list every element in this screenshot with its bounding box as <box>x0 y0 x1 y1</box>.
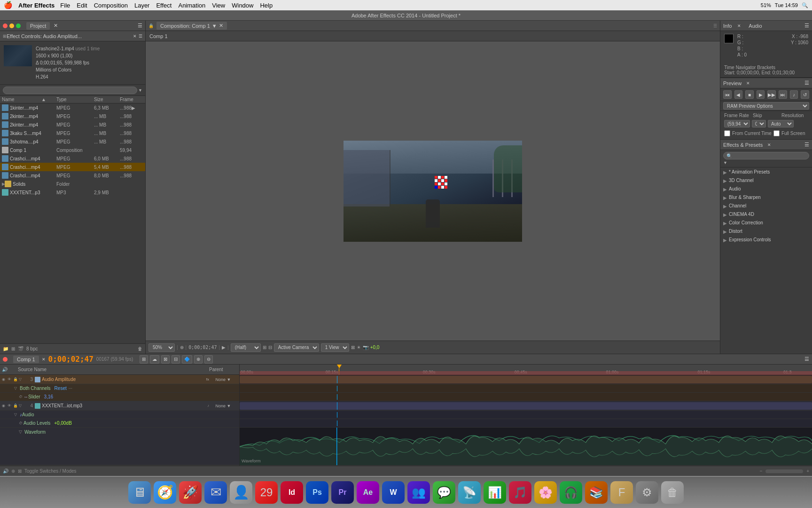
close-button[interactable] <box>3 24 8 28</box>
file-item-1[interactable]: 2kinter....mp4 MPEG ... MB ...988 <box>0 112 145 120</box>
breadcrumb-comp[interactable]: Comp 1 <box>149 33 168 39</box>
panel-menu-icon[interactable]: ☰ <box>138 23 142 29</box>
effects-close[interactable]: ✕ <box>767 143 771 147</box>
toolbar-light-icon[interactable]: ☀ <box>357 345 361 350</box>
project-search-input[interactable] <box>3 87 137 94</box>
effect-category-1[interactable]: ▶ 3D Channel <box>720 176 812 184</box>
toggle-switches-modes[interactable]: Toggle Switches / Modes <box>24 468 77 474</box>
dock-finder[interactable]: 🖥 <box>128 481 151 504</box>
collapse-icon-4[interactable]: ▽ <box>19 404 24 408</box>
menu-animation[interactable]: Animation <box>178 2 205 9</box>
resolution-input[interactable]: Auto Full Half <box>768 120 794 127</box>
reset-button[interactable]: Reset <box>55 386 67 391</box>
dock-books[interactable]: 📚 <box>585 481 608 504</box>
trash-icon[interactable]: 🗑 <box>138 346 142 351</box>
timeline-tool-1[interactable]: ⊞ <box>140 355 148 364</box>
stopwatch-icon[interactable]: ⏱ <box>19 395 23 399</box>
vis-icon-4[interactable]: 👁 <box>8 404 13 408</box>
first-frame-button[interactable]: ⏮ <box>723 90 732 99</box>
preview-menu[interactable]: ☰ <box>804 80 809 86</box>
effect-controls-close[interactable]: ✕ <box>133 34 137 39</box>
footage-icon[interactable]: 🎬 <box>18 346 23 351</box>
dock-mail[interactable]: ✉ <box>204 481 227 504</box>
expand-icon-bc[interactable]: ▽ <box>14 386 20 390</box>
menu-view[interactable]: View <box>212 2 225 9</box>
timeline-tool-4[interactable]: ⊟ <box>172 355 180 364</box>
view-select[interactable]: 1 View <box>321 343 349 352</box>
effect-controls-menu[interactable]: ☰ <box>139 34 142 39</box>
stopwatch-icon-al[interactable]: ⏱ <box>19 421 23 425</box>
effect-category-7[interactable]: ▶ Distort <box>720 227 812 235</box>
dock-airdrop[interactable]: 📡 <box>458 481 481 504</box>
expand-waveform[interactable]: ▽ <box>19 429 24 434</box>
frame-rate-input[interactable]: (59,94) <box>724 120 750 127</box>
info-tab[interactable]: Info <box>723 23 732 29</box>
lock-icon-4[interactable]: 🔒 <box>13 404 19 408</box>
solo-icon-3[interactable]: ◉ <box>2 377 8 381</box>
footer-icon-1[interactable]: 🔊 <box>3 468 8 474</box>
file-item-comp[interactable]: Comp 1 Composition 59,94 <box>0 146 145 154</box>
audio-tab[interactable]: Audio <box>749 23 762 29</box>
file-item-0[interactable]: 1kinter....mp4 MPEG 6,3 MB ...988▶ <box>0 103 145 112</box>
file-item-solids[interactable]: ▶ Solids Folder <box>0 180 145 188</box>
dock-calendar[interactable]: 29 <box>255 481 278 504</box>
comp-panel-menu[interactable]: ☰ <box>713 24 717 28</box>
effect-category-8[interactable]: ▶ Expression Controls <box>720 235 812 244</box>
expand-icon-audio[interactable]: ▽ <box>14 413 20 417</box>
project-tab[interactable]: Project <box>26 22 50 30</box>
effects-search-input[interactable] <box>723 152 809 159</box>
loop-button[interactable]: ↺ <box>801 90 809 99</box>
timeline-tool-3[interactable]: ⊠ <box>161 355 170 364</box>
search-icon[interactable]: 🔍 <box>802 2 808 8</box>
new-folder-icon[interactable]: 📁 <box>3 346 8 351</box>
speaker-icon[interactable]: 🔊 <box>2 367 8 372</box>
dock-teams[interactable]: 👥 <box>407 481 430 504</box>
timeline-tool-6[interactable]: ⊕ <box>194 355 203 364</box>
work-area-bar[interactable] <box>240 371 812 375</box>
apple-menu[interactable]: 🍎 <box>4 1 13 9</box>
effect-category-0[interactable]: ▶ * Animation Presets <box>720 167 812 176</box>
toolbar-cam-icon[interactable]: 📷 <box>363 345 368 350</box>
layer-row-4[interactable]: ◉ 👁 🔒 ▽ 4 XXXTENT...iot.mp3 ♪ None ▼ <box>0 401 239 411</box>
timeline-tool-7[interactable]: ⊖ <box>204 355 213 364</box>
menu-composition[interactable]: Composition <box>94 2 128 9</box>
effect-category-5[interactable]: ▶ CINEMA 4D <box>720 210 812 218</box>
dock-premiere[interactable]: Pr <box>331 481 354 504</box>
dots-icon[interactable]: ··· <box>69 386 72 391</box>
audio-button[interactable]: ♪ <box>790 90 798 99</box>
file-item-6[interactable]: Crashci....mp4 MPEG 5,4 MB ...988 <box>0 163 145 171</box>
layer-row-3[interactable]: ◉ 👁 🔒 ▽ 3 Audio Amplitude fx None ▼ <box>0 375 239 384</box>
next-frame-button[interactable]: ▶▶ <box>767 90 776 99</box>
preview-tab[interactable]: Preview <box>723 80 742 86</box>
stop-button[interactable]: ■ <box>745 90 754 99</box>
effects-menu[interactable]: ☰ <box>804 142 809 148</box>
lock-icon-3[interactable]: 🔒 <box>13 377 19 381</box>
file-item-audio[interactable]: XXXTENT...p3 MP3 2,9 MB <box>0 188 145 197</box>
dock-fontbook[interactable]: F <box>610 481 633 504</box>
timeline-close[interactable] <box>3 357 8 362</box>
dock-trash[interactable]: 🗑 <box>661 481 684 504</box>
comp-tab-close[interactable]: ✕ <box>219 23 223 29</box>
app-name[interactable]: After Effects <box>18 2 55 9</box>
info-panel-menu[interactable]: ☰ <box>804 23 809 29</box>
dock-indesign[interactable]: Id <box>281 481 303 504</box>
effects-search-dropdown[interactable]: ▼ <box>723 160 727 165</box>
magnify-icon[interactable]: ⊕ <box>180 345 184 350</box>
file-item-5[interactable]: Crashci....mp4 MPEG 6,0 MB ...988 <box>0 154 145 163</box>
collapse-icon-3[interactable]: ▽ <box>19 377 24 381</box>
effect-category-4[interactable]: ▶ Channel <box>720 201 812 210</box>
zoom-select[interactable]: 50% 100% 25% <box>148 343 175 352</box>
menu-window[interactable]: Window <box>232 2 253 9</box>
timeline-tab-close[interactable]: ✕ <box>42 357 46 362</box>
dock-photoshop[interactable]: Ps <box>306 481 328 504</box>
from-current-time-check[interactable] <box>724 130 730 136</box>
timeline-tool-5[interactable]: 🔷 <box>182 355 192 364</box>
effect-category-6[interactable]: ▶ Color Correction <box>720 218 812 227</box>
maximize-button[interactable] <box>16 24 21 28</box>
dock-safari[interactable]: 🧭 <box>154 481 176 504</box>
dock-photos[interactable]: 🌸 <box>534 481 557 504</box>
play-button[interactable]: ▶ <box>757 90 765 99</box>
search-dropdown-icon[interactable]: ▼ <box>138 88 142 93</box>
pixel-icon[interactable]: ⊟ <box>268 345 272 350</box>
dock-spotify[interactable]: 🎧 <box>560 481 582 504</box>
